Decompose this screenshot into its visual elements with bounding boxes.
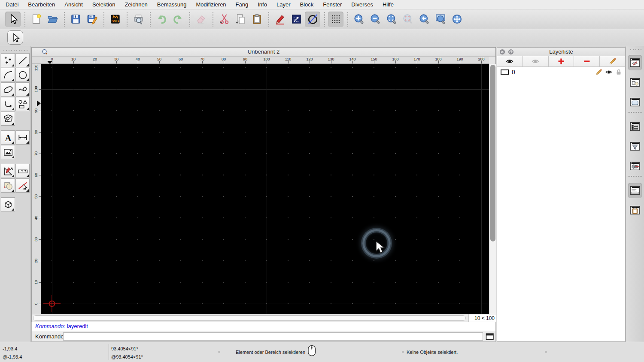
block-list-panel-button[interactable]: [628, 75, 642, 90]
text-tool-button[interactable]: A: [1, 130, 15, 145]
vertical-scrollbar[interactable]: [489, 64, 496, 314]
horizontal-scrollbar-thumb[interactable]: [33, 315, 466, 321]
measure-tool-button[interactable]: [15, 164, 30, 178]
hatch-tool-button[interactable]: [1, 112, 15, 126]
selection-list-panel-button[interactable]: [628, 119, 642, 134]
select-arrow-button[interactable]: [5, 12, 21, 27]
palette-drag-handle[interactable]: [3, 49, 27, 51]
menu-bar: DateiBearbeitenAnsichtSelektionZeichnenB…: [0, 0, 644, 9]
relative-zero-button[interactable]: [289, 12, 304, 27]
print-preview-button[interactable]: [131, 12, 146, 27]
hruler-label: 30: [110, 57, 123, 61]
save-button[interactable]: [68, 12, 83, 27]
command-input-row: Kommando:: [32, 331, 495, 342]
layer-panel-header[interactable]: Layerliste: [497, 48, 625, 56]
flyout-triangle-icon: [26, 108, 29, 110]
layer-list-panel-button[interactable]: [628, 55, 642, 70]
points-tool-button[interactable]: [1, 53, 15, 67]
line-tool-button[interactable]: [15, 53, 30, 67]
projection-panel-button[interactable]: [628, 158, 642, 174]
zoom-window-icon: [435, 13, 447, 25]
layer-list-panel-icon: [629, 57, 641, 68]
polyline-tool-button[interactable]: [1, 97, 15, 111]
command-options-button[interactable]: [486, 333, 494, 341]
open-file-button[interactable]: [45, 12, 60, 27]
new-document-button[interactable]: [28, 12, 44, 27]
save-as-button[interactable]: [84, 12, 100, 27]
drawing-preferences-button[interactable]: [272, 12, 288, 27]
hruler-tick: [116, 61, 117, 63]
view-previous-button[interactable]: [416, 12, 432, 27]
vruler-label: 40: [33, 214, 39, 222]
pan-button[interactable]: [449, 12, 465, 27]
selection-tool-button[interactable]: [7, 30, 23, 45]
command-line-panel-button[interactable]: [628, 183, 642, 198]
filter-panel-button[interactable]: [628, 139, 642, 154]
add-layer-button[interactable]: [549, 56, 574, 67]
menu-zeichnen[interactable]: Zeichnen: [125, 1, 147, 8]
erase-button[interactable]: [193, 12, 209, 27]
menu-bemassung[interactable]: Bemassung: [157, 1, 187, 8]
paste-button[interactable]: [249, 12, 264, 27]
layer-edit-pencil-icon[interactable]: [595, 69, 602, 75]
menu-modifizieren[interactable]: Modifizieren: [196, 1, 226, 8]
zoom-out-button[interactable]: [368, 12, 383, 27]
drawing-canvas[interactable]: [41, 64, 489, 314]
vertical-scrollbar-thumb[interactable]: [490, 65, 495, 241]
construction-tool-button[interactable]: [1, 164, 15, 178]
menu-datei[interactable]: Datei: [6, 1, 18, 8]
menu-bearbeiten[interactable]: Bearbeiten: [28, 1, 55, 8]
edit-layer-button[interactable]: [600, 56, 625, 67]
zoom-auto-button[interactable]: [384, 12, 399, 27]
hide-all-layers-button[interactable]: [523, 56, 549, 67]
menu-layer[interactable]: Layer: [276, 1, 291, 8]
dimension-tool-button[interactable]: [15, 130, 30, 145]
menu-diverses[interactable]: Diverses: [351, 1, 373, 8]
menu-fang[interactable]: Fang: [236, 1, 249, 8]
zoom-selection-button[interactable]: [400, 12, 416, 27]
redo-button[interactable]: [170, 12, 185, 27]
layer-row[interactable]: 0: [497, 67, 625, 77]
remove-layer-button[interactable]: [574, 56, 600, 67]
copy-button[interactable]: [233, 12, 248, 27]
cut-button[interactable]: [216, 12, 232, 27]
show-all-layers-button[interactable]: [497, 56, 523, 67]
grid-toggle-button[interactable]: [328, 12, 343, 27]
menu-ansicht[interactable]: Ansicht: [64, 1, 83, 8]
library-panel-button[interactable]: [628, 94, 642, 110]
ellipse-tool-button[interactable]: [1, 82, 15, 97]
menu-info[interactable]: Info: [258, 1, 267, 8]
restrict-off-button[interactable]: [305, 12, 320, 27]
zoom-in-button[interactable]: [351, 12, 367, 27]
menu-fenster[interactable]: Fenster: [323, 1, 342, 8]
undo-button[interactable]: [154, 12, 169, 27]
spline-tool-button[interactable]: [15, 82, 30, 97]
arc-tool-button[interactable]: [1, 68, 15, 82]
svg-text:A: A: [5, 133, 11, 142]
save-icon: [70, 13, 82, 25]
zoom-in-icon: [353, 13, 365, 25]
shapes-tool-button[interactable]: [15, 97, 30, 111]
horizontal-scrollbar[interactable]: [32, 314, 468, 322]
modify-tool-button[interactable]: [15, 178, 30, 193]
command-input[interactable]: [63, 332, 483, 341]
circle-tool-button[interactable]: [15, 68, 30, 82]
menu-block[interactable]: Block: [300, 1, 313, 8]
hruler-tick: [181, 61, 181, 63]
boolean-tool-button[interactable]: [1, 178, 15, 193]
menu-selektion[interactable]: Selektion: [92, 1, 115, 8]
document-titlebar[interactable]: Unbenannt 2: [32, 48, 495, 57]
dock-drag-handle[interactable]: [629, 48, 641, 51]
clipboard-panel-button[interactable]: [628, 202, 642, 218]
layer-lock-icon[interactable]: [615, 69, 622, 75]
minus-icon: [583, 57, 591, 65]
box3d-tool-button[interactable]: [1, 197, 15, 211]
layer-visibility-eye-icon[interactable]: [605, 69, 612, 75]
image-tool-button[interactable]: [1, 145, 15, 159]
flyout-triangle-icon: [12, 141, 14, 144]
undock-icon[interactable]: [508, 49, 514, 55]
zoom-window-button[interactable]: [433, 12, 448, 27]
svg-export-button[interactable]: SVG: [107, 12, 123, 27]
close-icon[interactable]: [499, 49, 505, 55]
menu-hilfe[interactable]: Hilfe: [383, 1, 394, 8]
